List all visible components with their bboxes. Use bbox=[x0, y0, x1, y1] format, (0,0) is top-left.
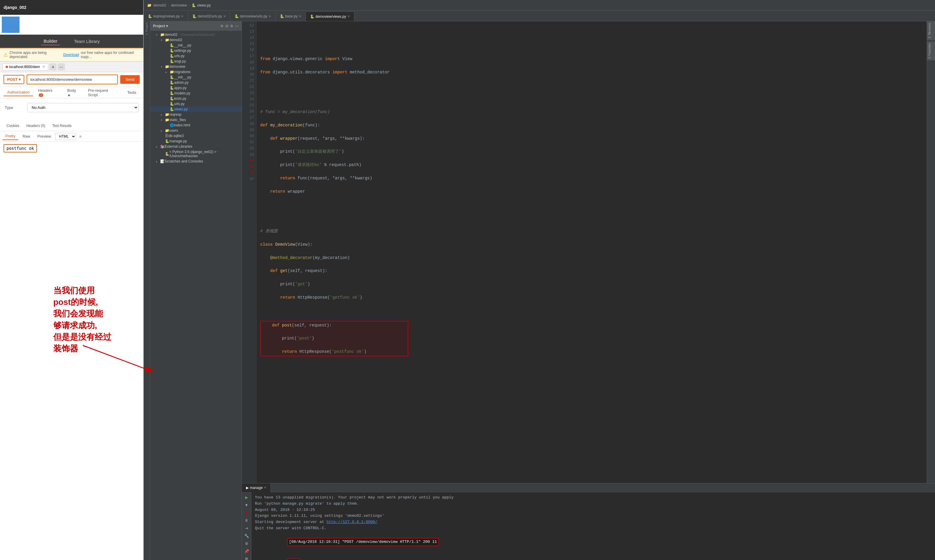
step-btn[interactable]: ⇥ bbox=[243, 525, 250, 532]
tree-admin-py[interactable]: 🐍 admin.py bbox=[150, 80, 242, 85]
root-name: demo02 bbox=[165, 32, 177, 37]
tab-label: 🐍 base.py bbox=[280, 14, 297, 18]
server-link[interactable]: http://127.0.0.1:8000/ bbox=[327, 520, 377, 524]
py-icon: 🐍 bbox=[169, 59, 174, 63]
close-icon[interactable]: ✕ bbox=[347, 14, 350, 18]
team-library-tab[interactable]: Team Library bbox=[72, 38, 102, 45]
tab-demoview-urls[interactable]: 🐍 demoview/urls.py ✕ bbox=[230, 12, 276, 21]
folder-icon: 📁 bbox=[169, 70, 174, 74]
cookies-tab[interactable]: Cookies bbox=[3, 123, 22, 129]
tools-btn[interactable]: 🔧 bbox=[243, 532, 250, 539]
close-icon[interactable]: ✕ bbox=[181, 14, 183, 18]
structure-label[interactable]: 2: Structure bbox=[927, 21, 935, 40]
pretty-raw-preview-tabs: Pretty Raw Preview HTML ≡ bbox=[0, 131, 143, 142]
postman-header: django_002 bbox=[0, 0, 143, 15]
layout-icon[interactable]: ⊟ bbox=[225, 24, 228, 28]
tab-reqresp-views[interactable]: 🐍 reqresp/views.py ✕ bbox=[143, 12, 188, 21]
tab-demoview-views[interactable]: 🐍 demoview/views.py ✕ bbox=[306, 12, 354, 21]
terminal-body: ▶ ▼ ■ ⏸ ⇥ 🔧 ⚙ 📌 🗑 You have 13 unapplied … bbox=[242, 492, 935, 560]
pin-btn[interactable]: 📌 bbox=[243, 548, 250, 555]
auth-type-select[interactable]: No Auth bbox=[27, 103, 139, 112]
down-btn[interactable]: ▼ bbox=[243, 502, 250, 509]
trash-btn[interactable]: 🗑 bbox=[243, 555, 250, 560]
tree-index-html[interactable]: 🌐 index.html bbox=[150, 123, 242, 128]
folder-icon: 📁 bbox=[165, 118, 169, 122]
favorites-label[interactable]: 2: Favorites bbox=[927, 42, 935, 60]
url-input[interactable] bbox=[27, 75, 117, 85]
tree-views-py[interactable]: 🐍 views.py bbox=[150, 106, 242, 112]
tree-models-py[interactable]: 🐍 models.py bbox=[150, 91, 242, 96]
tree-scratches[interactable]: ▸ 📝 Scratches and Consoles bbox=[150, 158, 242, 164]
download-link[interactable]: Download bbox=[63, 53, 79, 57]
method-select[interactable]: POST ▾ bbox=[3, 75, 24, 84]
tab-label: 🐍 demoview/views.py bbox=[310, 14, 346, 18]
pretty-tab[interactable]: Pretty bbox=[2, 132, 18, 140]
tree-demoview-folder[interactable]: ▾ 📁 demoview bbox=[150, 64, 242, 69]
py-icon: 🐍 bbox=[169, 86, 174, 90]
settings-icon[interactable]: ⚙ bbox=[220, 24, 223, 28]
tree-apps-py[interactable]: 🐍 apps.py bbox=[150, 85, 242, 91]
tree-root[interactable]: ▾ 📁 demo02 ~/Desktop/ee02/demo02 bbox=[150, 32, 242, 37]
gear-btn[interactable]: ⚙ bbox=[243, 540, 250, 547]
tab-bar: localhost:8000/dem ✕ + ··· bbox=[0, 62, 143, 72]
request-bar: POST ▾ Send bbox=[0, 72, 143, 87]
authorization-tab[interactable]: Authorization bbox=[3, 89, 33, 96]
raw-tab[interactable]: Raw bbox=[20, 133, 33, 140]
word-wrap-icon[interactable]: ≡ bbox=[79, 134, 82, 139]
headers-response-tab[interactable]: Headers (5) bbox=[23, 123, 48, 129]
tree-db[interactable]: 🗄 db.sqlite3 bbox=[150, 133, 242, 138]
tree-demoview-init[interactable]: 🐍 __init__.py bbox=[150, 75, 242, 80]
pre-request-tab[interactable]: Pre-request Script bbox=[85, 87, 122, 98]
close-icon[interactable]: ✕ bbox=[223, 14, 226, 18]
tree-settings-py[interactable]: 🐍 settings.py bbox=[150, 48, 242, 53]
tree-users[interactable]: ▸ 📁 users bbox=[150, 128, 242, 133]
preview-tab[interactable]: Preview bbox=[34, 133, 54, 140]
send-button[interactable]: Send bbox=[120, 75, 140, 84]
tab-base[interactable]: 🐍 base.py ✕ bbox=[276, 12, 306, 21]
request-tab[interactable]: localhost:8000/dem ✕ bbox=[2, 63, 48, 71]
run-tab[interactable]: ▶ manage ✕ bbox=[242, 483, 271, 492]
svg-line-1 bbox=[83, 345, 154, 372]
tree-urls-demoview[interactable]: 🐍 urls.py bbox=[150, 101, 242, 106]
python-icon: 🐍 bbox=[165, 152, 169, 156]
builder-tab[interactable]: Builder bbox=[41, 37, 60, 45]
test-results-tab[interactable]: Test Results bbox=[49, 123, 75, 129]
run-tab-close[interactable]: ✕ bbox=[264, 486, 266, 489]
editor-container: 12 13 14 15 16 17 18 19 20 21 22 23 bbox=[242, 21, 935, 560]
pause-btn[interactable]: ⏸ bbox=[243, 517, 250, 524]
post-text-highlight: post bbox=[287, 558, 300, 560]
body-tab[interactable]: Body bbox=[64, 87, 83, 98]
tab-demo02-urls[interactable]: 🐍 demo02/urls.py ✕ bbox=[188, 12, 230, 21]
tests-tab[interactable]: Tests bbox=[124, 89, 140, 96]
tree-reqresp[interactable]: ▸ 📁 reqresp bbox=[150, 112, 242, 117]
terminal-line-3: August 08, 2018 - 12:10:25 bbox=[255, 507, 932, 513]
breadcrumb-demo02: demo02 bbox=[153, 3, 166, 8]
stop-btn[interactable]: ■ bbox=[243, 509, 250, 516]
project-label: Project ▾ bbox=[153, 24, 168, 28]
close-icon[interactable]: ✕ bbox=[268, 14, 271, 18]
new-tab-button[interactable]: + bbox=[49, 63, 57, 71]
py-icon: 🐍 bbox=[169, 107, 174, 111]
tab-close-icon[interactable]: ✕ bbox=[42, 65, 45, 69]
tree-migrations[interactable]: ▸ 📁 migrations bbox=[150, 69, 242, 75]
run-icon: ▶ bbox=[246, 486, 249, 490]
tree-external-libs[interactable]: ▸ 📚 External Libraries bbox=[150, 144, 242, 149]
tree-tests-py[interactable]: 🐍 tests.py bbox=[150, 96, 242, 101]
close-panel-icon[interactable]: — bbox=[235, 24, 239, 28]
tree-urls-py[interactable]: 🐍 urls.py bbox=[150, 53, 242, 58]
tree-wsgi-py[interactable]: 🐍 wsgi.py bbox=[150, 58, 242, 64]
body-tabs: Cookies Headers (5) Test Results bbox=[0, 120, 143, 131]
tree-demo02-folder[interactable]: ▾ 📁 demo02 bbox=[150, 37, 242, 43]
close-icon[interactable]: ✕ bbox=[299, 14, 301, 18]
tree-python36[interactable]: 🐍 < Python 3.6 (django_ee02) > /Users/me… bbox=[150, 149, 242, 158]
tree-static-files[interactable]: ▾ 📁 static_files bbox=[150, 117, 242, 123]
run-btn[interactable]: ▶ bbox=[243, 494, 250, 501]
tree-manage[interactable]: 🐍 manage.py bbox=[150, 138, 242, 144]
format-select[interactable]: HTML bbox=[55, 133, 76, 140]
tree-init-py[interactable]: 🐍 __init__.py bbox=[150, 43, 242, 48]
config-icon[interactable]: ⚙ bbox=[230, 24, 233, 28]
response-content: postfunc ok bbox=[3, 144, 37, 152]
headers-tab[interactable]: Headers 1 bbox=[34, 87, 62, 98]
more-tabs-button[interactable]: ··· bbox=[58, 63, 65, 71]
code-editor[interactable]: 12 13 14 15 16 17 18 19 20 21 22 23 bbox=[242, 21, 927, 483]
